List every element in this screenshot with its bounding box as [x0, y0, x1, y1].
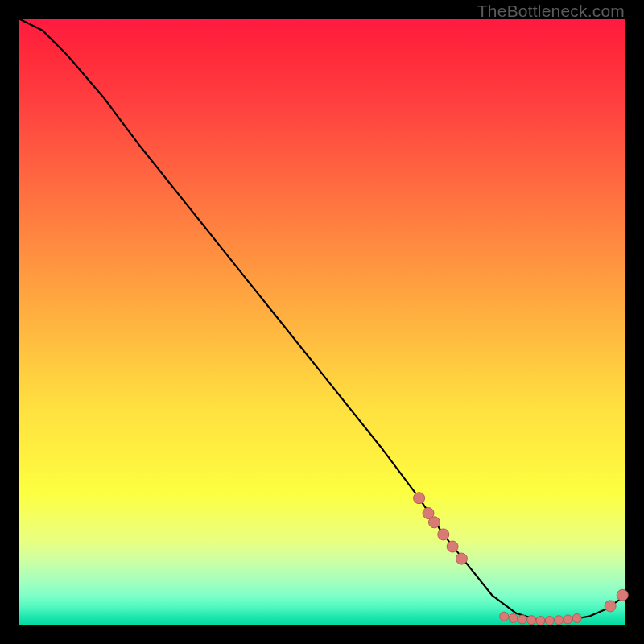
- data-point: [429, 517, 440, 528]
- data-point: [527, 616, 536, 625]
- data-point: [564, 615, 572, 624]
- data-point: [545, 617, 554, 625]
- data-point: [572, 614, 581, 623]
- data-point: [456, 553, 467, 564]
- data-point: [509, 614, 518, 623]
- data-point: [605, 601, 616, 612]
- chart-svg: [19, 19, 625, 625]
- data-point: [438, 529, 449, 540]
- data-point: [518, 615, 526, 624]
- data-point: [555, 616, 564, 625]
- main-curve: [19, 19, 625, 621]
- data-point: [500, 612, 509, 621]
- data-point: [414, 493, 425, 504]
- data-point: [447, 541, 458, 552]
- data-points-group: [414, 493, 629, 625]
- data-point: [536, 617, 545, 625]
- data-point: [617, 589, 628, 601]
